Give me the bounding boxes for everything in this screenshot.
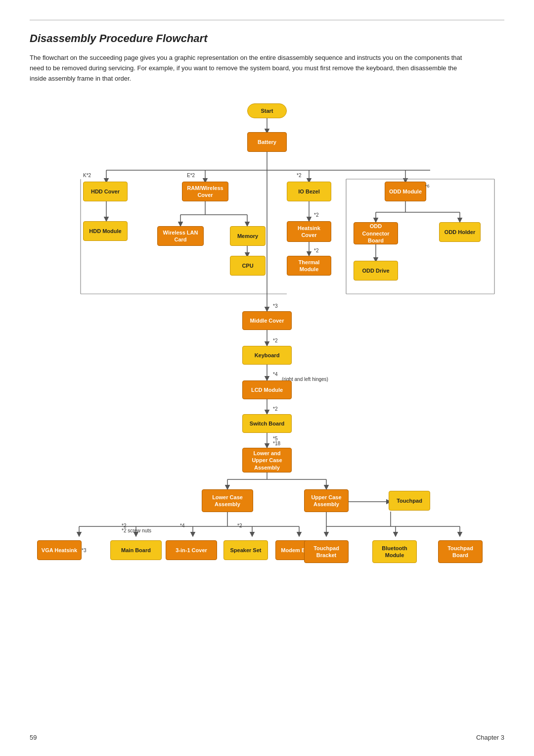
hdd-module-node: HDD Module <box>83 221 128 241</box>
star2-keyboard-label: *2 <box>273 338 277 343</box>
page-title: Disassembly Procedure Flowchart <box>30 32 504 45</box>
vga-heatsink-node: VGA Heatsink <box>37 540 82 560</box>
odd-connector-board-node: ODD Connector Board <box>354 222 398 244</box>
star2-screwnuts-label: *2 screw nuts <box>122 528 151 533</box>
top-divider <box>30 20 504 20</box>
star2-heatsink-label: *2 <box>314 212 318 218</box>
hdd-cover-node: HDD Cover <box>83 182 128 201</box>
heatsink-cover-node: Heatsink Cover <box>287 221 331 242</box>
cpu-node: CPU <box>230 256 266 276</box>
page-number: 59 <box>30 734 37 741</box>
keyboard-node: Keyboard <box>242 346 292 365</box>
star2-modem-label: *2 <box>237 523 242 528</box>
thermal-module-node: Thermal Module <box>287 256 331 276</box>
io-bezel-node: IO Bezel <box>287 182 331 201</box>
touchpad-node: Touchpad <box>389 491 430 511</box>
odd-holder-node: ODD Holder <box>439 222 481 242</box>
chapter-label: Chapter 3 <box>476 734 504 741</box>
intro-paragraph: The flowchart on the succeeding page giv… <box>30 53 475 84</box>
e2-label: E*2 <box>187 173 195 178</box>
star18-label: *18 <box>273 441 280 446</box>
battery-node: Battery <box>247 132 287 152</box>
flowchart: Start Battery K*2 E*2 *2 HDD Cover RAM/W… <box>30 98 504 643</box>
speaker-set-node: Speaker Set <box>223 540 268 560</box>
star2-io-label: *2 <box>297 173 301 178</box>
upper-case-node: Upper Case Assembly <box>304 489 349 512</box>
touchpad-board-node: Touchpad Board <box>438 540 483 563</box>
star2-thermal-label: *2 <box>314 248 318 253</box>
star3-label: *3 <box>273 303 277 309</box>
star4-label: *4 <box>273 372 277 377</box>
star4-b-label: *4 <box>180 523 184 528</box>
lower-upper-case-node: Lower and Upper Case Assembly <box>242 448 292 472</box>
3in1-cover-node: 3-in-1 Cover <box>166 540 217 560</box>
odd-module-node: ODD Module <box>385 182 426 201</box>
star2-switch-label: *2 <box>273 406 277 412</box>
middle-cover-node: Middle Cover <box>242 311 292 330</box>
touchpad-bracket-node: Touchpad Bracket <box>304 540 349 563</box>
ram-wireless-cover-node: RAM/Wireless Cover <box>182 182 228 201</box>
lower-case-node: Lower Case Assembly <box>202 489 253 512</box>
star3-vga-label: *3 <box>82 548 86 553</box>
lcd-module-node: LCD Module <box>242 380 292 399</box>
main-board-node: Main Board <box>110 540 162 560</box>
switch-board-node: Switch Board <box>242 414 292 433</box>
k2-label: K*2 <box>83 173 91 178</box>
page-footer: 59 Chapter 3 <box>30 734 504 741</box>
memory-node: Memory <box>230 226 266 246</box>
arrows-svg <box>30 98 504 643</box>
wireless-lan-node: Wireless LAN Card <box>157 226 204 246</box>
start-node: Start <box>247 103 287 118</box>
odd-star6: *6 <box>425 184 430 189</box>
bluetooth-module-node: Bluetooth Module <box>372 540 417 563</box>
odd-drive-node: ODD Drive <box>354 261 398 281</box>
